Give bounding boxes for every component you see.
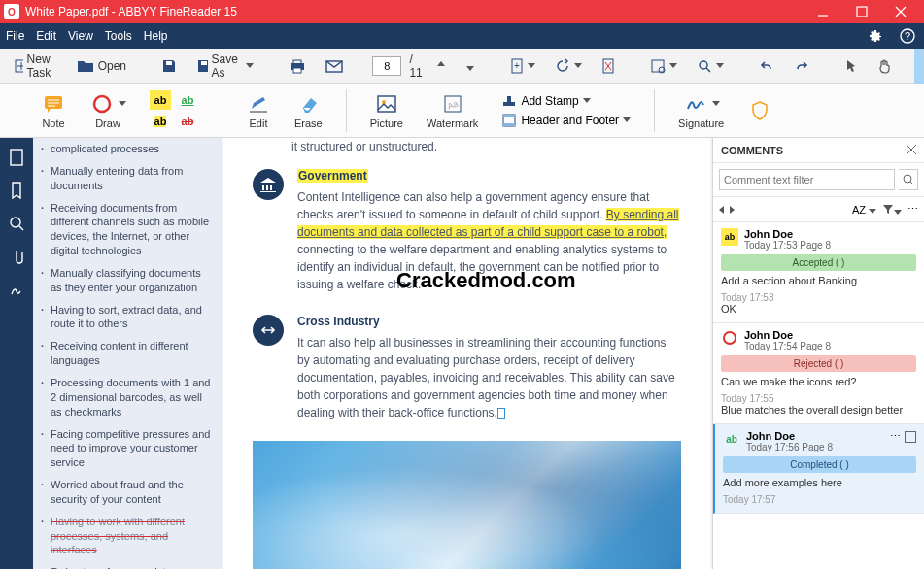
svg-line-42 xyxy=(19,226,23,230)
signature-tool[interactable]: Signature xyxy=(678,92,724,129)
minimize-button[interactable] xyxy=(804,0,842,23)
svg-rect-20 xyxy=(652,60,664,72)
note-label: Note xyxy=(42,117,64,129)
comment-meta: Today 17:54 Page 8 xyxy=(744,341,831,351)
edit-toolbar: Note Draw ab ab ab ab Edit Erase Picture… xyxy=(0,84,924,138)
svg-rect-38 xyxy=(503,115,515,117)
help-icon[interactable]: ? xyxy=(897,25,918,47)
sort-button[interactable]: AZ xyxy=(852,204,876,216)
close-panel-button[interactable] xyxy=(907,145,916,156)
list-item[interactable]: Having to sort, extract data, and route … xyxy=(41,303,214,332)
page-up-button[interactable] xyxy=(430,57,452,75)
reply-body: Blue matches the overall design better xyxy=(721,404,916,416)
pointer-button[interactable] xyxy=(838,55,864,77)
page-total-label: / 11 xyxy=(409,52,422,80)
delete-page-button[interactable] xyxy=(596,55,621,77)
header-footer-tool[interactable]: Header and Footer xyxy=(501,112,631,129)
add-page-button[interactable]: + xyxy=(504,55,541,77)
more-button[interactable]: ⋯ xyxy=(907,203,918,216)
hand-button[interactable] xyxy=(872,55,899,77)
comment-body: Add a section about Banking xyxy=(721,275,916,286)
highlight-tool[interactable]: ab xyxy=(150,90,171,110)
list-item[interactable]: Trying to enforce regulatory compliance xyxy=(41,565,214,569)
highlight-tool-2[interactable]: ab xyxy=(150,112,171,131)
settings-icon[interactable] xyxy=(864,25,885,47)
comment-item[interactable]: John Doe Today 17:54 Page 8 Rejected ( )… xyxy=(713,323,924,424)
new-task-button[interactable]: New Task xyxy=(8,50,63,83)
print-button[interactable] xyxy=(283,55,312,77)
redo-button[interactable] xyxy=(788,56,815,76)
picture-tool[interactable]: Picture xyxy=(370,92,403,129)
filter-button[interactable] xyxy=(882,203,902,217)
prev-comment-button[interactable] xyxy=(719,206,724,214)
status-badge: Completed ( ) xyxy=(723,456,916,473)
list-item[interactable]: Receiving documents from different chann… xyxy=(41,201,214,258)
note-tool[interactable]: Note xyxy=(41,92,66,129)
text-cursor-icon xyxy=(497,408,505,419)
list-item[interactable]: complicated processes xyxy=(41,142,214,156)
menu-edit[interactable]: Edit xyxy=(36,29,56,43)
list-item[interactable]: Manually classifying documents as they e… xyxy=(41,266,214,295)
search-tool-button[interactable] xyxy=(691,55,730,77)
close-button[interactable] xyxy=(881,0,920,23)
comment-checkbox[interactable] xyxy=(905,431,916,443)
section-heading: Cross Industry xyxy=(297,313,681,330)
svg-line-46 xyxy=(910,182,913,184)
signatures-panel-icon[interactable] xyxy=(7,280,26,299)
menu-file[interactable]: File xyxy=(6,29,24,43)
shield-icon[interactable] xyxy=(747,99,772,122)
list-item[interactable]: Facing competitive pressures and need to… xyxy=(41,427,214,471)
list-item[interactable]: Having to work with different processes,… xyxy=(41,515,214,558)
comment-more-button[interactable]: ⋯ xyxy=(890,430,901,443)
comment-filter-input[interactable] xyxy=(719,169,895,190)
draw-label: Draw xyxy=(95,117,120,129)
comments-panel: COMMENTS AZ ⋯ ab John Doe Today 17:53 xyxy=(712,138,924,569)
document-viewport[interactable]: it structured or unstructured. Governmen… xyxy=(222,138,712,569)
document-image xyxy=(253,441,681,569)
status-badge: Rejected ( ) xyxy=(721,355,916,372)
underline-tool[interactable]: ab xyxy=(177,90,198,110)
add-stamp-tool[interactable]: Add Stamp xyxy=(501,92,631,110)
picture-icon xyxy=(374,92,399,116)
menu-tools[interactable]: Tools xyxy=(105,29,132,43)
search-icon[interactable] xyxy=(899,169,918,190)
page-number-input[interactable] xyxy=(372,56,401,76)
search-panel-icon[interactable] xyxy=(7,214,26,233)
pages-panel-icon[interactable] xyxy=(7,148,26,167)
menubar: File Edit View Tools Help ? xyxy=(0,23,924,49)
next-comment-button[interactable] xyxy=(730,206,735,214)
watermark-tool[interactable]: Aa Watermark xyxy=(427,92,478,129)
save-button[interactable] xyxy=(155,55,183,77)
mail-button[interactable] xyxy=(320,56,349,76)
draw-tool[interactable]: Draw xyxy=(89,92,126,129)
menu-view[interactable]: View xyxy=(68,29,93,43)
svg-point-29 xyxy=(94,96,110,112)
list-item[interactable]: Processing documents with 1 and 2 dimens… xyxy=(41,376,214,419)
recognize-button[interactable] xyxy=(644,55,683,77)
page-down-button[interactable] xyxy=(460,57,481,75)
save-as-button[interactable]: Save As xyxy=(190,50,259,83)
edit-tool[interactable]: Edit xyxy=(246,92,271,129)
comment-item[interactable]: ab John Doe Today 17:53 Page 8 Accepted … xyxy=(713,222,924,323)
menu-help[interactable]: Help xyxy=(144,29,168,43)
note-icon xyxy=(41,92,66,116)
draw-icon xyxy=(89,92,115,116)
list-item[interactable]: Worried about fraud and the security of … xyxy=(41,478,214,507)
list-item[interactable]: Manually entering data from documents xyxy=(41,164,214,193)
add-stamp-label: Add Stamp xyxy=(521,94,578,108)
rotate-button[interactable] xyxy=(549,55,588,77)
attachments-panel-icon[interactable] xyxy=(7,247,26,266)
comment-item[interactable]: ab ⋯ John Doe Today 17:56 Page 8 Complet… xyxy=(713,424,924,514)
chevron-down-icon xyxy=(712,101,720,106)
signature-icon xyxy=(683,92,708,116)
maximize-button[interactable] xyxy=(842,0,881,23)
undo-button[interactable] xyxy=(753,56,780,76)
erase-tool[interactable]: Erase xyxy=(294,92,323,129)
strikethrough-tool[interactable]: ab xyxy=(177,112,198,131)
reply-meta: Today 17:55 xyxy=(721,393,916,404)
list-item[interactable]: Receiving content in different languages xyxy=(41,339,214,368)
pdf-tools-button[interactable]: PDF Tools xyxy=(914,49,924,84)
open-button[interactable]: Open xyxy=(71,56,132,76)
bookmarks-panel-icon[interactable] xyxy=(7,181,26,200)
svg-point-45 xyxy=(904,175,911,183)
